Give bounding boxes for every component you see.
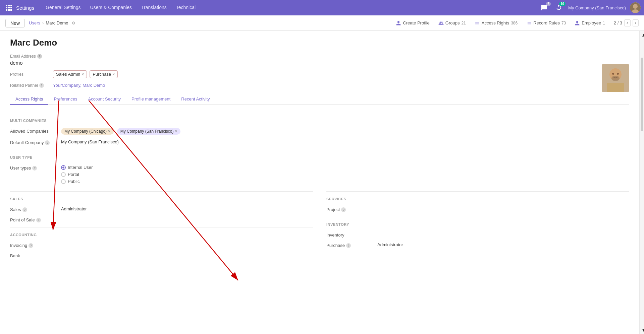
- scroll-down-arrow[interactable]: ▼: [641, 327, 644, 333]
- sales-section-title: SALES: [10, 191, 313, 201]
- profiles-label: Profiles: [10, 72, 50, 77]
- content-area: Marc Demo Email Address ? demo Profiles …: [0, 31, 639, 270]
- updates-icon[interactable]: 19: [553, 2, 564, 13]
- project-help[interactable]: ?: [341, 207, 346, 212]
- inventory-section-title: INVENTORY: [326, 217, 629, 226]
- record-rules-label: Record Rules: [533, 20, 560, 25]
- record-rules-count: 73: [561, 21, 566, 25]
- svg-point-15: [612, 73, 614, 75]
- bank-label: Bank: [10, 253, 57, 258]
- allowed-companies-row: Allowed Companies My Company (Chicago) ×…: [10, 128, 629, 135]
- menu-general-settings[interactable]: General Settings: [41, 0, 85, 15]
- svg-point-10: [633, 4, 638, 9]
- services-section-title: SERVICES: [326, 191, 629, 201]
- breadcrumb: Users › Marc Demo ⚙: [29, 20, 75, 25]
- permissions-grid: SALES Sales ? Administrator Point of Sal…: [10, 189, 629, 263]
- user-avatar-nav[interactable]: [630, 2, 641, 13]
- purchase-remove[interactable]: ×: [112, 72, 115, 77]
- radio-public-circle: [61, 179, 66, 184]
- svg-rect-7: [8, 9, 10, 11]
- employee-button[interactable]: Employee 1: [571, 19, 608, 27]
- user-types-label: User types ?: [10, 165, 57, 171]
- tab-access-rights[interactable]: Access Rights: [10, 94, 48, 105]
- access-rights-label: Access Rights: [482, 20, 509, 25]
- tab-account-security[interactable]: Account Security: [83, 94, 126, 105]
- create-profile-button[interactable]: Create Profile: [392, 19, 433, 27]
- content-wrapper: Marc Demo Email Address ? demo Profiles …: [0, 31, 639, 334]
- email-field-row: Email Address ? demo: [10, 54, 629, 66]
- sales-admin-remove[interactable]: ×: [82, 72, 84, 77]
- purchase-help[interactable]: ?: [346, 243, 351, 248]
- scrollbar[interactable]: ▲ ▼: [639, 31, 644, 334]
- default-company-label: Default Company ?: [10, 139, 57, 145]
- tab-profile-management[interactable]: Profile management: [126, 94, 176, 105]
- email-help-icon[interactable]: ?: [37, 54, 42, 59]
- radio-portal[interactable]: Portal: [61, 172, 93, 177]
- pos-row: Point of Sale ?: [10, 217, 313, 222]
- access-rights-button[interactable]: Access Rights 386: [471, 19, 521, 27]
- purchase-row: Purchase ? Administrator: [326, 242, 629, 248]
- menu-users-companies[interactable]: Users & Companies: [86, 0, 137, 15]
- related-partner-label: Related Partner ?: [10, 83, 50, 88]
- tab-recent-activity[interactable]: Recent Activity: [176, 94, 215, 105]
- sales-admin-tag: Sales Admin ×: [53, 70, 87, 78]
- settings-gear-icon[interactable]: ⚙: [72, 21, 75, 25]
- user-types-row: User types ? Internal User Portal Public: [10, 165, 629, 184]
- svg-rect-6: [6, 9, 7, 11]
- sf-remove[interactable]: ×: [175, 129, 177, 134]
- sales-value: Administrator: [61, 206, 313, 211]
- chat-icon[interactable]: 6: [539, 2, 549, 13]
- groups-button[interactable]: Groups 21: [435, 19, 469, 27]
- pos-label: Point of Sale ?: [10, 217, 57, 222]
- scroll-up-arrow[interactable]: ▲: [641, 32, 644, 38]
- related-partner-row: Related Partner ? YourCompany, Marc Demo: [10, 83, 629, 88]
- groups-count: 21: [461, 21, 466, 25]
- radio-internal-circle: [61, 165, 66, 170]
- top-navigation: Settings General Settings Users & Compan…: [0, 0, 644, 15]
- sales-row: Sales ? Administrator: [10, 206, 313, 212]
- svg-rect-1: [8, 5, 10, 6]
- user-type-section-title: USER TYPE: [10, 150, 629, 159]
- tab-preferences[interactable]: Preferences: [48, 94, 83, 105]
- radio-public[interactable]: Public: [61, 179, 93, 184]
- chat-badge: 6: [546, 2, 551, 6]
- user-types-options: Internal User Portal Public: [61, 165, 93, 184]
- record-rules-button[interactable]: Record Rules 73: [523, 19, 569, 27]
- menu-translations[interactable]: Translations: [137, 0, 171, 15]
- company-name[interactable]: My Company (San Francisco): [568, 5, 626, 10]
- related-partner-help[interactable]: ?: [39, 83, 44, 88]
- pos-help[interactable]: ?: [36, 218, 41, 222]
- tabs: Access Rights Preferences Account Securi…: [10, 94, 629, 105]
- breadcrumb-parent[interactable]: Users: [29, 20, 40, 25]
- radio-internal-user[interactable]: Internal User: [61, 165, 93, 170]
- default-company-help[interactable]: ?: [45, 140, 50, 145]
- inventory-label: Inventory: [326, 232, 373, 238]
- svg-rect-14: [607, 83, 624, 92]
- prev-page-button[interactable]: ‹: [624, 19, 630, 26]
- user-profile-avatar[interactable]: [602, 64, 629, 92]
- purchase-value: Administrator: [377, 242, 629, 247]
- svg-rect-3: [6, 7, 7, 8]
- new-button[interactable]: New: [5, 19, 25, 27]
- allowed-companies-value: My Company (Chicago) × My Company (San F…: [61, 128, 629, 135]
- svg-rect-2: [10, 5, 12, 6]
- purchase-label: Purchase ?: [326, 242, 373, 248]
- grid-menu-icon[interactable]: [3, 2, 14, 13]
- main-content: Marc Demo Email Address ? demo Profiles …: [0, 31, 644, 334]
- invoicing-help[interactable]: ?: [29, 243, 33, 248]
- svg-rect-8: [10, 9, 12, 11]
- accounting-section-title: ACCOUNTING: [10, 227, 313, 237]
- project-label: Project ?: [326, 206, 373, 212]
- svg-point-17: [611, 76, 620, 81]
- company-chicago-tag: My Company (Chicago) ×: [61, 128, 114, 135]
- sales-help[interactable]: ?: [22, 207, 27, 212]
- company-sf-tag: My Company (San Francisco) ×: [117, 128, 181, 135]
- next-page-button[interactable]: ›: [633, 19, 639, 26]
- email-value[interactable]: demo: [10, 60, 629, 66]
- user-types-help[interactable]: ?: [32, 166, 37, 171]
- chicago-remove[interactable]: ×: [108, 129, 110, 134]
- scrollbar-thumb[interactable]: [641, 58, 643, 131]
- related-partner-value[interactable]: YourCompany, Marc Demo: [53, 83, 105, 88]
- menu-technical[interactable]: Technical: [171, 0, 200, 15]
- profiles-row: Profiles Sales Admin × Purchase ×: [10, 70, 629, 78]
